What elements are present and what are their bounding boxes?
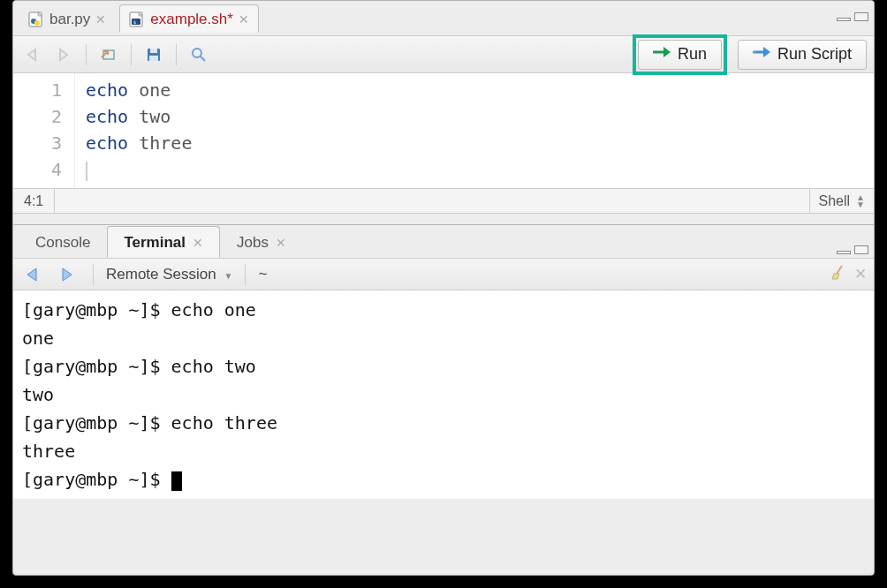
chevron-updown-icon: ▲▼ [856,194,865,208]
file-tab-label: bar.py [49,11,90,28]
run-script-button-label: Run Script [777,45,852,64]
line-number: 4 [13,156,62,183]
minimize-pane-icon[interactable] [837,18,851,21]
svg-point-2 [34,20,40,26]
editor-pane: bar.py ✕ $_ example.sh* ✕ [13,1,874,214]
chevron-down-icon: ▼ [224,271,232,281]
terminal-toolbar: Remote Session ▼ ~ ✕ [13,259,874,290]
cursor-position: 4:1 [13,189,55,213]
terminal-line: [gary@mbp ~]$ echo one [22,296,865,324]
cwd-label: ~ [258,266,267,283]
maximize-pane-icon[interactable] [854,245,868,254]
session-selector[interactable]: Remote Session ▼ [106,266,232,283]
code-line[interactable]: echo one [86,77,192,103]
close-terminal-button[interactable]: ✕ [854,265,867,283]
line-number-gutter: 1 2 3 4 [13,73,75,188]
close-icon[interactable]: ✕ [276,236,286,250]
code-line[interactable]: echo three [86,130,192,156]
save-button[interactable] [140,41,167,68]
minimize-pane-icon[interactable] [837,251,851,254]
code-lines[interactable]: echo one echo two echo three [75,73,192,188]
terminal-line: one [22,324,865,352]
language-selector[interactable]: Shell ▲▼ [809,189,874,213]
run-button-highlight: Run [633,34,727,75]
maximize-pane-icon[interactable] [854,12,868,21]
svg-point-10 [193,49,201,57]
run-arrow-icon [653,45,672,64]
ide-frame: bar.py ✕ $_ example.sh* ✕ [12,0,875,576]
terminal-back-button[interactable] [20,261,47,288]
nav-back-button[interactable] [20,41,47,68]
code-line[interactable] [86,156,192,183]
svg-text:$_: $_ [133,19,140,26]
line-number: 1 [13,77,62,103]
terminal-line: [gary@mbp ~]$ [22,465,865,494]
terminal-cursor [171,471,182,491]
tab-terminal[interactable]: Terminal ✕ [107,226,220,258]
code-editor[interactable]: 1 2 3 4 echo one echo two echo three [13,73,874,188]
tab-jobs[interactable]: Jobs ✕ [220,226,303,258]
line-number: 2 [13,103,62,130]
run-script-arrow-icon [753,45,772,64]
editor-toolbar: Run Run Script [13,36,874,73]
console-pane: Console Terminal ✕ Jobs ✕ [13,224,874,499]
file-tab-label: example.sh* [150,11,233,28]
terminal-line: [gary@mbp ~]$ echo two [22,352,865,381]
pane-window-controls [837,245,868,258]
svg-rect-8 [150,49,157,53]
editor-status-bar: 4:1 Shell ▲▼ [13,188,874,213]
terminal-line: [gary@mbp ~]$ echo three [22,409,865,437]
svg-line-11 [201,57,205,61]
console-tab-bar: Console Terminal ✕ Jobs ✕ [13,225,874,259]
file-tab-bar-py[interactable]: bar.py ✕ [19,4,116,33]
terminal-line: two [22,381,865,409]
svg-rect-9 [149,56,158,61]
search-button[interactable] [186,41,212,68]
python-file-icon [28,11,44,27]
close-icon[interactable]: ✕ [193,236,203,250]
file-tab-example-sh[interactable]: $_ example.sh* ✕ [119,4,259,33]
svg-line-16 [837,266,842,274]
close-icon[interactable]: ✕ [95,12,106,26]
terminal-line: three [22,437,865,465]
tab-console[interactable]: Console [19,226,107,258]
run-script-button[interactable]: Run Script [738,40,867,70]
clear-terminal-button[interactable] [830,263,847,285]
text-cursor [86,162,87,181]
run-button-label: Run [678,45,707,64]
terminal-output[interactable]: [gary@mbp ~]$ echo one one [gary@mbp ~]$… [13,290,874,499]
line-number: 3 [13,130,62,156]
run-button[interactable]: Run [638,40,722,70]
nav-forward-button[interactable] [50,41,77,68]
terminal-forward-button[interactable] [54,261,80,288]
pane-window-controls [837,12,868,25]
shell-file-icon: $_ [129,11,145,27]
file-tab-bar: bar.py ✕ $_ example.sh* ✕ [13,1,874,36]
close-icon[interactable]: ✕ [239,12,249,26]
code-line[interactable]: echo two [86,103,192,130]
open-in-window-button[interactable] [95,41,122,68]
